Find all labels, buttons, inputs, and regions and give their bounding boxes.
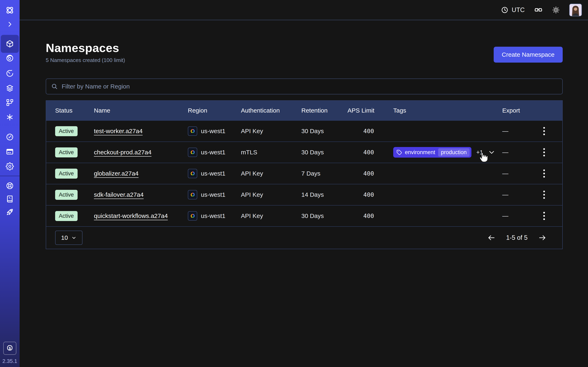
avatar-button[interactable] (569, 4, 582, 16)
status-badge: Active (55, 190, 78, 200)
getting-started-rocket-icon (6, 208, 14, 216)
region-cell: us-west1 (188, 190, 241, 200)
timezone-label: UTC (512, 6, 525, 14)
prev-page-button[interactable] (486, 233, 497, 243)
gcp-icon (188, 126, 197, 136)
page-range-label: 1-5 of 5 (506, 234, 527, 242)
retention-cell: 14 Days (301, 191, 347, 198)
gcp-icon (188, 148, 197, 157)
glasses-icon (534, 6, 543, 14)
export-cell: — (502, 212, 535, 219)
sidebar-expand-button[interactable] (1, 15, 19, 33)
column-header-retention: Retention (301, 107, 347, 114)
sidebar-item-nexus[interactable] (1, 108, 19, 126)
dollar-badge-icon: $ (6, 344, 14, 352)
export-cell: — (502, 191, 535, 198)
region-label: us-west1 (201, 149, 225, 156)
tag-pill[interactable]: environment production (393, 147, 471, 158)
retention-cell: 30 Days (301, 212, 347, 219)
table-row[interactable]: Active globalizer.a27a4 us-west1 API Key… (46, 163, 562, 184)
workflows-iris-icon (6, 54, 14, 62)
chevron-down-icon (71, 235, 77, 240)
tags-cell: environment production +1 (393, 147, 502, 158)
timezone-button[interactable]: UTC (501, 6, 525, 14)
aps-limit-cell: 400 (347, 128, 374, 134)
tags-more-label: +1 (476, 149, 483, 156)
row-actions-menu-button[interactable] (541, 146, 547, 159)
authentication-cell: API Key (241, 191, 301, 198)
sidebar-item-settings[interactable] (1, 157, 19, 175)
filter-bar (46, 78, 563, 94)
export-cell: — (502, 170, 535, 177)
region-cell: us-west1 (188, 148, 241, 157)
column-header-status: Status (55, 107, 94, 114)
deployments-layers-icon (6, 84, 14, 92)
table-row[interactable]: Active sdk-failover.a27a4 us-west1 API K… (46, 184, 562, 205)
nexus-asterisk-icon (6, 113, 14, 121)
sidebar-item-getting-started[interactable] (1, 203, 19, 221)
create-namespace-button[interactable]: Create Namespace (494, 47, 563, 63)
sidebar-divider (0, 176, 20, 176)
billing-card-icon (6, 148, 14, 156)
retention-cell: 30 Days (301, 149, 347, 156)
namespace-link[interactable]: checkout-prod.a27a4 (94, 149, 151, 156)
chevron-right-icon (6, 21, 13, 28)
tag-key-label: environment (405, 149, 435, 156)
authentication-cell: API Key (241, 170, 301, 177)
namespaces-table: Status Name Region Authentication Retent… (46, 100, 563, 249)
schedules-timer-icon (6, 69, 14, 77)
tags-chevron-icon[interactable] (488, 149, 495, 156)
gcp-icon (188, 169, 197, 178)
pager: 1-5 of 5 (486, 233, 548, 243)
page-size-select[interactable]: 10 (55, 231, 82, 245)
labs-mode-toggle[interactable] (534, 6, 543, 14)
table-row[interactable]: Active quickstart-workflows.a27a4 us-wes… (46, 205, 562, 226)
region-label: us-west1 (201, 212, 225, 219)
namespace-link[interactable]: test-worker.a27a4 (94, 128, 143, 134)
region-cell: us-west1 (188, 169, 241, 178)
topbar: UTC (20, 0, 588, 20)
retention-cell: 30 Days (301, 128, 347, 134)
row-actions-menu-button[interactable] (541, 188, 547, 201)
export-cell: — (502, 149, 535, 156)
support-lifering-icon (6, 182, 14, 190)
row-actions-menu-button[interactable] (541, 167, 547, 180)
sidebar: $ 2.35.1 (0, 0, 20, 367)
namespace-link[interactable]: globalizer.a27a4 (94, 170, 139, 177)
page-title: Namespaces (46, 41, 125, 55)
region-label: us-west1 (201, 191, 225, 198)
export-cell: — (502, 128, 535, 134)
credits-button[interactable]: $ (3, 342, 16, 355)
temporal-logo-icon (5, 6, 15, 15)
clock-icon (501, 6, 508, 14)
authentication-cell: API Key (241, 128, 301, 134)
column-header-authentication: Authentication (241, 107, 301, 114)
column-header-tags: Tags (393, 107, 502, 114)
namespace-link[interactable]: quickstart-workflows.a27a4 (94, 212, 168, 219)
table-row[interactable]: Active checkout-prod.a27a4 us-west1 mTLS… (46, 142, 562, 163)
namespace-link[interactable]: sdk-failover.a27a4 (94, 191, 144, 198)
row-actions-menu-button[interactable] (541, 209, 547, 222)
aps-limit-cell: 400 (347, 149, 374, 156)
next-page-button[interactable] (537, 233, 548, 243)
row-actions-menu-button[interactable] (541, 125, 547, 138)
column-header-region: Region (188, 107, 241, 114)
region-cell: us-west1 (188, 126, 241, 136)
page-size-value: 10 (61, 234, 68, 241)
batch-branch-icon (6, 99, 14, 107)
column-header-export: Export (502, 107, 535, 114)
docs-book-icon (6, 195, 14, 203)
column-header-aps-limit: APS Limit (347, 107, 393, 114)
table-row[interactable]: Active test-worker.a27a4 us-west1 API Ke… (46, 120, 562, 142)
main-content: Namespaces 5 Namespaces created (100 lim… (20, 20, 588, 367)
authentication-cell: API Key (241, 212, 301, 219)
gcp-icon (188, 190, 197, 200)
filter-input[interactable] (62, 83, 557, 90)
search-icon (51, 83, 58, 90)
status-badge: Active (55, 211, 78, 221)
status-badge: Active (55, 126, 78, 136)
page-subtitle: 5 Namespaces created (100 limit) (46, 57, 125, 63)
namespaces-cube-icon (6, 40, 14, 48)
theme-toggle[interactable] (552, 6, 560, 14)
arrow-left-icon (487, 234, 495, 242)
